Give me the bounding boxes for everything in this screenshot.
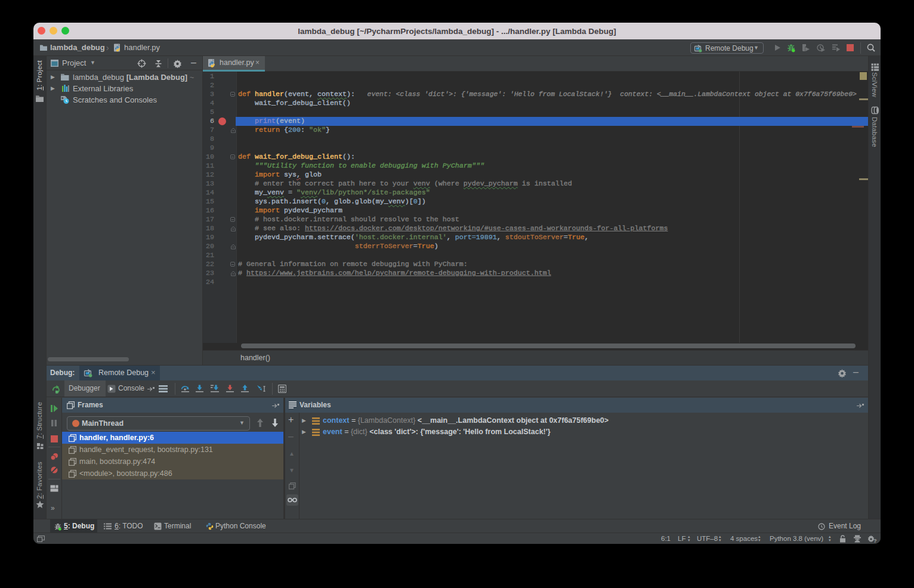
svg-text:?: ? xyxy=(873,538,877,543)
